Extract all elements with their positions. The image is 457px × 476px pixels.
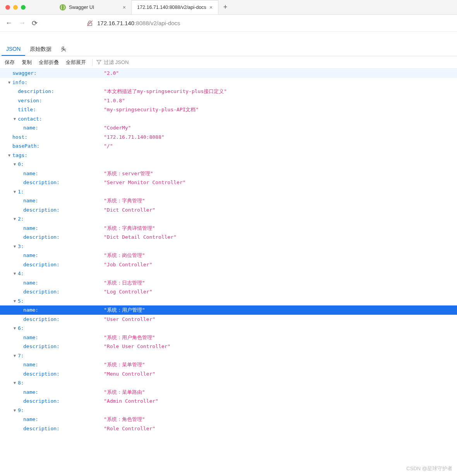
json-actionbar: 保存 复制 全部折叠 全部展开 过滤 JSON (0, 56, 457, 69)
tab-swagger-ui[interactable]: { } Swagger UI × (54, 0, 132, 14)
view-tabs: JSON 原始数据 头 (0, 43, 457, 56)
json-row[interactable]: description:"Log Controller" (0, 287, 457, 297)
chevron-down-icon[interactable]: ▼ (7, 78, 12, 87)
chevron-down-icon[interactable]: ▼ (12, 187, 17, 197)
json-row[interactable]: name:"系统：角色管理" (0, 415, 457, 424)
json-row[interactable]: ▼tags: (0, 151, 457, 160)
json-row[interactable]: name:"系统：server管理" (0, 169, 457, 178)
traffic-lights (0, 5, 31, 10)
close-tab-icon[interactable]: × (123, 4, 126, 10)
reload-button[interactable]: ⟳ (32, 19, 38, 28)
json-row[interactable]: name:"CoderMy" (0, 123, 457, 133)
json-tree: swagger:"2.0" ▼info: description:"本文档描述了… (0, 69, 457, 441)
json-row[interactable]: name:"系统：字典管理" (0, 196, 457, 205)
chevron-down-icon[interactable]: ▼ (12, 114, 17, 124)
json-row[interactable]: description:"User Controller" (0, 315, 457, 324)
json-row[interactable]: ▼1: (0, 187, 457, 197)
json-row[interactable]: ▼info: (0, 78, 457, 87)
json-row[interactable]: ▼6: (0, 324, 457, 333)
json-row[interactable]: ▼0: (0, 160, 457, 169)
maximize-window-button[interactable] (21, 5, 26, 10)
close-tab-icon[interactable]: × (210, 4, 213, 10)
close-window-button[interactable] (5, 5, 10, 10)
json-row[interactable]: basePath:"/" (0, 141, 457, 151)
json-row[interactable]: description:"Dict Detail Controller" (0, 233, 457, 242)
browser-toolbar: ← → ⟳ 172.16.71.140:8088/v2/api-docs (0, 15, 457, 32)
json-row[interactable]: ▼3: (0, 242, 457, 251)
json-row[interactable]: description:"Server Monitor Controller" (0, 178, 457, 187)
json-row[interactable]: ▼2: (0, 214, 457, 224)
json-row[interactable]: description:"Dict Controller" (0, 205, 457, 215)
tab-title: 172.16.71.140:8088/v2/api-docs (137, 5, 206, 10)
back-button[interactable]: ← (5, 19, 12, 27)
json-row[interactable]: description:"Admin Controller" (0, 397, 457, 406)
json-row[interactable]: host:"172.16.71.140:8088" (0, 133, 457, 142)
json-row[interactable]: description:"Role Controller" (0, 424, 457, 433)
collapse-all-button[interactable]: 全部折叠 (36, 57, 62, 67)
swagger-favicon-icon: { } (60, 4, 66, 10)
json-row[interactable]: description:"Menu Controller" (0, 369, 457, 379)
window-titlebar: { } Swagger UI × 172.16.71.140:8088/v2/a… (0, 0, 457, 15)
json-row[interactable]: description:"Job Controller" (0, 260, 457, 269)
chevron-down-icon[interactable]: ▼ (7, 151, 12, 160)
chevron-down-icon[interactable]: ▼ (12, 378, 17, 388)
minimize-window-button[interactable] (13, 5, 18, 10)
chevron-down-icon[interactable]: ▼ (12, 324, 17, 333)
json-row[interactable]: version:"1.0.8" (0, 96, 457, 105)
chevron-down-icon[interactable]: ▼ (12, 214, 17, 224)
insecure-lock-icon (86, 20, 93, 27)
json-row[interactable]: ▼4: (0, 269, 457, 278)
url-bar[interactable]: 172.16.71.140:8088/v2/api-docs (86, 20, 452, 27)
json-row[interactable]: name:"系统：用户角色管理" (0, 333, 457, 342)
new-tab-button[interactable]: + (218, 0, 232, 14)
forward-button[interactable]: → (19, 19, 26, 27)
json-row[interactable]: ▼9: (0, 406, 457, 415)
copy-button[interactable]: 复制 (19, 57, 35, 67)
json-row[interactable]: name:"系统：日志管理" (0, 278, 457, 288)
json-row[interactable]: name:"系统：菜单管理" (0, 360, 457, 369)
json-row[interactable]: name:"系统：菜单路由" (0, 388, 457, 397)
chevron-down-icon[interactable]: ▼ (12, 269, 17, 278)
json-row[interactable]: swagger:"2.0" (0, 69, 457, 78)
json-row[interactable]: title:"my-springsecurity-plus-API文档" (0, 105, 457, 114)
tab-api-docs[interactable]: 172.16.71.140:8088/v2/api-docs × (132, 0, 218, 14)
json-row[interactable]: ▼8: (0, 378, 457, 388)
funnel-icon (96, 60, 101, 65)
tab-title: Swagger UI (69, 5, 94, 10)
json-row[interactable]: name:"系统：岗位管理" (0, 251, 457, 260)
tab-raw[interactable]: 原始数据 (25, 43, 56, 56)
json-row[interactable]: name:"系统：字典详情管理" (0, 224, 457, 233)
expand-all-button[interactable]: 全部展开 (63, 57, 89, 67)
save-button[interactable]: 保存 (2, 57, 18, 67)
url-text: 172.16.71.140:8088/v2/api-docs (97, 20, 180, 26)
json-row-selected[interactable]: name:"系统：用户管理" (0, 305, 457, 315)
json-row[interactable]: ▼7: (0, 351, 457, 360)
json-row[interactable]: ▼5: (0, 297, 457, 306)
json-row[interactable]: description:"Role User Controller" (0, 342, 457, 351)
chevron-down-icon[interactable]: ▼ (12, 242, 17, 251)
chevron-down-icon[interactable]: ▼ (12, 406, 17, 415)
chevron-down-icon[interactable]: ▼ (12, 297, 17, 306)
tab-json[interactable]: JSON (2, 43, 25, 56)
chevron-down-icon[interactable]: ▼ (12, 160, 17, 169)
tab-headers[interactable]: 头 (56, 43, 71, 56)
json-row[interactable]: description:"本文档描述了my-springsecurity-plu… (0, 87, 457, 96)
chevron-down-icon[interactable]: ▼ (12, 351, 17, 360)
json-row[interactable]: ▼contact: (0, 114, 457, 124)
filter-input[interactable]: 过滤 JSON (92, 59, 129, 66)
browser-tabs: { } Swagger UI × 172.16.71.140:8088/v2/a… (54, 0, 232, 14)
